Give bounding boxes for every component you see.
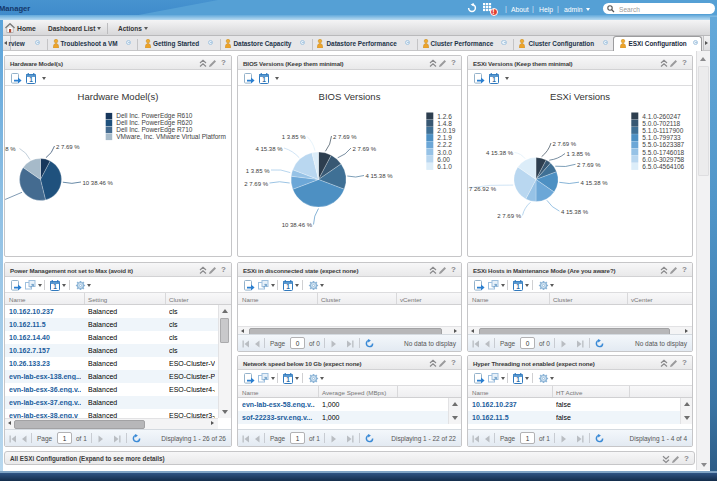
svg-text:1: 1: [516, 283, 520, 290]
svg-text:BIOS Versions: BIOS Versions: [319, 91, 381, 102]
svg-text:4 15.38 %: 4 15.38 %: [581, 180, 609, 186]
svg-text:ESXi Versions: ESXi Versions: [550, 91, 610, 102]
svg-text:1.4.8: 1.4.8: [437, 120, 452, 127]
svg-text:1 3.85 %: 1 3.85 %: [246, 168, 270, 174]
svg-text:10 38.46 %: 10 38.46 %: [282, 222, 313, 228]
svg-text:6.0.0-3029758: 6.0.0-3029758: [642, 156, 684, 163]
svg-text:2 7.69 %: 2 7.69 %: [577, 162, 601, 168]
svg-text:2 7.69 %: 2 7.69 %: [56, 144, 80, 150]
svg-text:5.1.0-799733: 5.1.0-799733: [642, 134, 681, 141]
svg-text:1: 1: [492, 76, 496, 83]
svg-text:1: 1: [286, 283, 290, 290]
svg-text:6.1.0: 6.1.0: [437, 163, 452, 170]
svg-text:2.1.9: 2.1.9: [437, 134, 452, 141]
svg-text:2.0.19: 2.0.19: [437, 127, 455, 134]
svg-text:4 15.38 %: 4 15.38 %: [366, 173, 394, 179]
svg-text:4 15.38 %: 4 15.38 %: [486, 150, 514, 156]
svg-text:1: 1: [286, 376, 290, 383]
svg-text:3.0.0: 3.0.0: [437, 149, 452, 156]
svg-text:4 15.38 %: 4 15.38 %: [255, 146, 283, 152]
svg-text:1 3.85 %: 1 3.85 %: [282, 134, 306, 140]
svg-text:7 26.92 %: 7 26.92 %: [469, 186, 497, 192]
svg-text:6.5.0-4564106: 6.5.0-4564106: [642, 163, 684, 170]
svg-text:2.2.2: 2.2.2: [437, 141, 452, 148]
svg-text:5.0.0-702118: 5.0.0-702118: [642, 120, 680, 127]
svg-text:2 7.69 %: 2 7.69 %: [353, 146, 377, 152]
svg-text:1: 1: [262, 76, 266, 83]
svg-text:1: 1: [29, 76, 33, 83]
svg-text:2 7.69 %: 2 7.69 %: [244, 181, 268, 187]
svg-text:4 15.38 %: 4 15.38 %: [561, 209, 589, 215]
svg-text:1.2.6: 1.2.6: [437, 113, 452, 120]
svg-text:4.1.0-260247: 4.1.0-260247: [642, 113, 681, 120]
svg-text:5.5.0-1746018: 5.5.0-1746018: [642, 149, 684, 156]
svg-text:1 3.85 %: 1 3.85 %: [567, 151, 591, 157]
svg-text:6.00: 6.00: [437, 156, 450, 163]
svg-text:5.1.0-1117900: 5.1.0-1117900: [642, 127, 683, 134]
svg-text:2 7.69 %: 2 7.69 %: [333, 134, 357, 140]
svg-text:VMware, Inc. VMware Virtual Pl: VMware, Inc. VMware Virtual Platform: [116, 133, 226, 140]
svg-text:5.5.0-1623387: 5.5.0-1623387: [642, 141, 684, 148]
svg-text:4 15.38 %: 4 15.38 %: [5, 146, 16, 152]
svg-text:2 7.69 %: 2 7.69 %: [497, 213, 521, 219]
svg-text:10 38.46 %: 10 38.46 %: [83, 180, 114, 186]
svg-text:1: 1: [516, 376, 520, 383]
svg-text:1: 1: [53, 283, 57, 290]
svg-text:Hardware Model(s): Hardware Model(s): [78, 91, 159, 102]
svg-text:2 7.69 %: 2 7.69 %: [553, 141, 577, 147]
